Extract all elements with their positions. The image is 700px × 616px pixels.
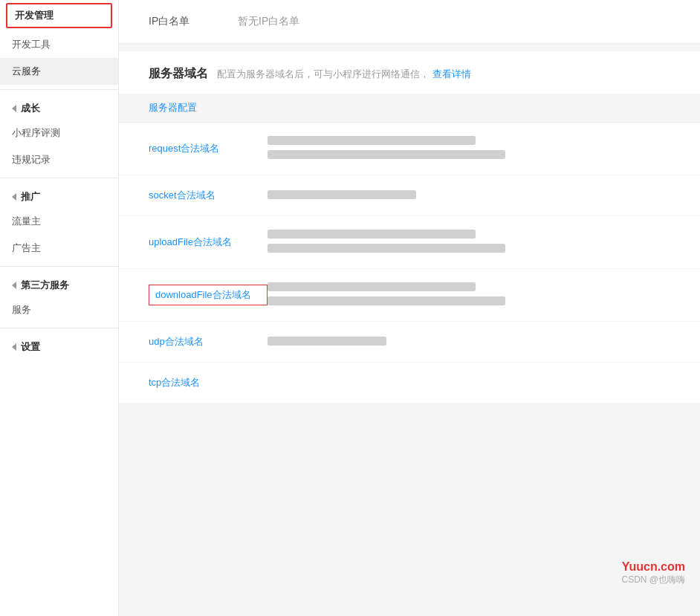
settings-arrow-icon [12, 343, 16, 351]
tcp-domain-label: tcp合法域名 [149, 376, 268, 389]
sidebar-item-violations[interactable]: 违规记录 [0, 146, 118, 173]
sidebar: 开发管理 开发工具 云服务 成长 小程序评测 违规记录 推广 流量主 广告主 第… [0, 0, 119, 616]
blur-bar-1 [268, 136, 476, 145]
domain-row-tcp: tcp合法域名 [119, 363, 700, 403]
blur-bar-2 [268, 150, 505, 159]
socket-domain-label: socket合法域名 [149, 189, 268, 202]
server-domain-link[interactable]: 查看详情 [432, 68, 471, 80]
blur-bar-7 [268, 296, 505, 305]
uploadfile-domain-value [268, 230, 670, 255]
sidebar-item-service[interactable]: 服务 [0, 296, 118, 323]
domain-row-socket: socket合法域名 [119, 175, 700, 216]
udp-domain-value [268, 337, 670, 348]
sidebar-section-growth: 成长 [0, 94, 118, 120]
udp-domain-label: udp合法域名 [149, 335, 268, 348]
sidebar-section-settings: 设置 [0, 333, 118, 358]
sidebar-item-cloud-service[interactable]: 云服务 [0, 58, 118, 85]
uploadfile-domain-label: uploadFile合法域名 [149, 236, 268, 249]
third-party-arrow-icon [12, 282, 16, 289]
sidebar-item-advertiser[interactable]: 广告主 [0, 235, 118, 262]
blur-bar-5 [268, 244, 505, 253]
sidebar-item-traffic[interactable]: 流量主 [0, 208, 118, 235]
growth-arrow-icon [12, 105, 16, 112]
request-domain-label: request合法域名 [149, 142, 268, 155]
main-content: IP白名单 暂无IP白名单 服务器域名 配置为服务器域名后，可与小程序进行网络通… [119, 0, 700, 616]
server-config-tab-label[interactable]: 服务器配置 [149, 102, 197, 113]
ip-whitelist-label: IP白名单 [149, 15, 238, 28]
section-header-row: 服务器域名 配置为服务器域名后，可与小程序进行网络通信， 查看详情 [119, 51, 700, 94]
domain-row-udp: udp合法域名 [119, 322, 700, 363]
domain-row-downloadfile: downloadFile合法域名 [119, 269, 700, 322]
ip-whitelist-row: IP白名单 暂无IP白名单 [119, 0, 700, 44]
blur-bar-3 [268, 190, 416, 199]
socket-domain-value [268, 190, 670, 201]
sidebar-section-dev-management[interactable]: 开发管理 [6, 3, 112, 28]
server-domain-desc: 配置为服务器域名后，可与小程序进行网络通信， 查看详情 [217, 68, 471, 81]
domain-row-request: request合法域名 [119, 123, 700, 175]
sidebar-item-mini-eval[interactable]: 小程序评测 [0, 120, 118, 146]
server-domain-title: 服务器域名 [149, 66, 208, 82]
divider-4 [0, 328, 118, 328]
blur-bar-8 [268, 337, 386, 346]
sidebar-section-third-party: 第三方服务 [0, 271, 118, 296]
sidebar-item-dev-tools[interactable]: 开发工具 [0, 31, 118, 58]
server-domain-section: 服务器域名 配置为服务器域名后，可与小程序进行网络通信， 查看详情 服务器配置 … [119, 51, 700, 403]
domain-row-uploadfile: uploadFile合法域名 [119, 216, 700, 269]
downloadfile-domain-label: downloadFile合法域名 [149, 285, 268, 305]
request-domain-value [268, 136, 670, 161]
divider-3 [0, 266, 118, 267]
downloadfile-domain-value [268, 282, 670, 308]
divider-2 [0, 178, 118, 178]
blur-bar-6 [268, 282, 476, 291]
blur-bar-4 [268, 230, 476, 239]
ip-whitelist-value: 暂无IP白名单 [238, 15, 299, 28]
promote-arrow-icon [12, 193, 16, 201]
server-config-tab: 服务器配置 [119, 94, 700, 123]
sidebar-section-promote: 推广 [0, 183, 118, 208]
divider-1 [0, 89, 118, 90]
ip-whitelist-panel: IP白名单 暂无IP白名单 [119, 0, 700, 44]
